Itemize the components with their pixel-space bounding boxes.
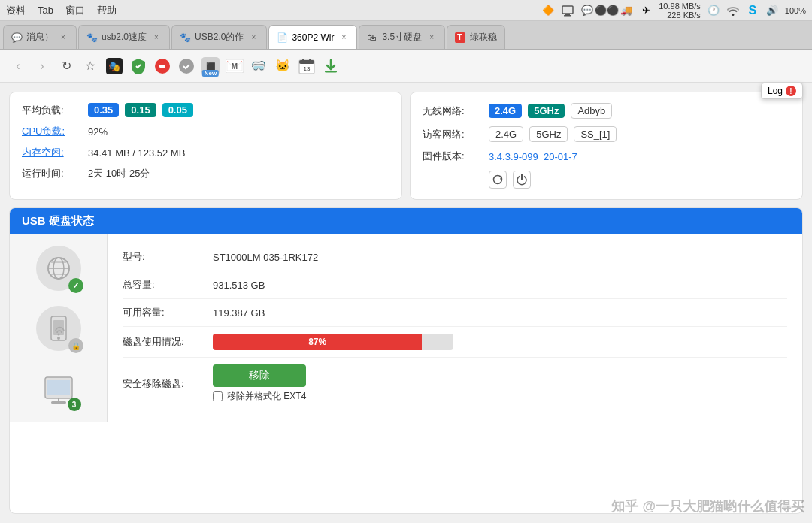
wechat-icon[interactable]: 💬: [580, 4, 594, 17]
sound-icon[interactable]: 🔊: [765, 4, 779, 17]
info-panels: 平均负载: 0.35 0.15 0.05 CPU负载: 92% 内存空闲: 34…: [9, 92, 803, 200]
tab-1[interactable]: 💬 消息） ×: [3, 25, 77, 49]
uptime-label: 运行时间:: [22, 167, 82, 180]
tab-5-label: 3.5寸硬盘: [382, 31, 422, 44]
tab-6[interactable]: T 绿联稳: [447, 25, 505, 49]
usage-progress: 87%: [213, 334, 453, 350]
uptime-value: 2天 10时 25分: [88, 167, 150, 180]
log-exclaim: !: [786, 86, 796, 96]
power-button[interactable]: [513, 171, 531, 189]
tab-4[interactable]: 📄 360P2 Wir ×: [268, 25, 357, 49]
usb-content: ✓ 🔒: [10, 234, 802, 422]
menu-item-window[interactable]: 窗口: [65, 4, 85, 17]
tab-2-close[interactable]: ×: [151, 32, 162, 43]
load-val-1: 0.35: [88, 103, 119, 117]
svg-point-25: [57, 337, 60, 340]
wifi-label: 无线网络:: [423, 104, 483, 118]
menu-items: 资料 Tab 窗口 帮助: [6, 4, 117, 17]
tab-2[interactable]: 🐾 usb2.0速度 ×: [78, 25, 170, 49]
svg-text:13: 13: [304, 65, 311, 72]
tab-5-close[interactable]: ×: [426, 32, 437, 43]
dots-icon[interactable]: ⚫⚫: [600, 4, 614, 17]
remove-button[interactable]: 移除: [213, 364, 306, 387]
check-icon[interactable]: [177, 57, 195, 75]
forward-button[interactable]: ›: [33, 57, 51, 75]
skype-icon[interactable]: S: [746, 4, 759, 17]
svg-rect-15: [309, 59, 311, 62]
number-sidebar-icon: 3: [32, 362, 85, 415]
clock-icon[interactable]: 🕐: [707, 4, 720, 17]
phone-status-dot: 🔒: [68, 338, 83, 353]
capture-icon[interactable]: [561, 4, 574, 17]
tab-5-favicon: 🛍: [367, 32, 377, 43]
svg-rect-2: [564, 15, 571, 17]
new-icon[interactable]: ⬛ New: [201, 57, 220, 75]
cpu-label[interactable]: CPU负载:: [22, 125, 82, 138]
volume-percent: 100%: [785, 6, 806, 15]
svg-rect-0: [562, 6, 573, 14]
cloak-icon[interactable]: 🎭: [105, 57, 123, 75]
firmware-value[interactable]: 3.4.3.9-099_20-01-7: [489, 151, 577, 162]
tab-6-label: 绿联稳: [470, 31, 497, 44]
usage-percent: 87%: [308, 337, 326, 347]
refresh-button[interactable]: [489, 171, 507, 189]
phone-sidebar-icon: 🔒: [32, 302, 85, 355]
goggles-icon[interactable]: 🥽: [250, 57, 268, 75]
menu-item-tab[interactable]: Tab: [38, 5, 53, 16]
usb-title: USB 硬盘状态: [22, 214, 94, 227]
guest-freq2: 5GHz: [529, 126, 568, 142]
wifi-icon[interactable]: [726, 4, 740, 17]
vlc-icon[interactable]: 🔶: [541, 4, 555, 17]
svg-rect-1: [565, 14, 570, 15]
remove-options: 移除 移除并格式化 EXT4: [213, 364, 306, 403]
avg-load-row: 平均负载: 0.35 0.15 0.05: [22, 103, 389, 117]
network-speed: 10.98 MB/s 228 KB/s: [659, 2, 701, 20]
tab-5[interactable]: 🛍 3.5寸硬盘 ×: [359, 25, 445, 49]
total-value: 931.513 GB: [213, 280, 265, 291]
tab-3-label: USB2.0的作: [195, 31, 244, 44]
svg-rect-13: [299, 60, 314, 64]
tab-4-label: 360P2 Wir: [292, 32, 334, 43]
number-badge: 3: [68, 398, 81, 411]
usb-info-rows: 型号: ST1000LM 035-1RK172 总容量: 931.513 GB …: [108, 234, 802, 422]
shield-icon[interactable]: [129, 57, 147, 75]
svg-point-26: [57, 334, 59, 336]
new-badge: New: [202, 70, 219, 77]
tab-3[interactable]: 🐾 USB2.0的作 ×: [171, 25, 267, 49]
firmware-label: 固件版本:: [423, 150, 483, 163]
tab-1-close[interactable]: ×: [58, 32, 68, 43]
avail-value: 119.387 GB: [213, 307, 265, 319]
guest-ssid: SS_[1]: [574, 126, 617, 142]
gmail-icon[interactable]: M: [226, 57, 244, 75]
globe-status-dot: ✓: [68, 278, 83, 293]
main-content: 平均负载: 0.35 0.15 0.05 CPU负载: 92% 内存空闲: 34…: [0, 83, 812, 523]
usage-row: 磁盘使用情况: 87%: [123, 327, 787, 358]
reload-button[interactable]: ↻: [57, 57, 75, 75]
tab-4-close[interactable]: ×: [338, 32, 349, 43]
back-button[interactable]: ‹: [9, 57, 27, 75]
tab-3-close[interactable]: ×: [248, 32, 259, 43]
svg-text:🎭: 🎭: [108, 60, 121, 73]
guest-row: 访客网络: 2.4G 5GHz SS_[1]: [423, 126, 790, 142]
bookmark-icon[interactable]: ☆: [81, 57, 99, 75]
svg-rect-30: [51, 401, 66, 404]
log-tooltip[interactable]: Log !: [761, 83, 803, 99]
guest-freq1: 2.4G: [489, 126, 523, 142]
format-checkbox[interactable]: [213, 391, 223, 401]
svg-rect-17: [325, 71, 337, 73]
format-option: 移除并格式化 EXT4: [213, 390, 306, 403]
download-toolbar-icon[interactable]: [322, 57, 340, 75]
calendar-icon[interactable]: 13: [298, 57, 316, 75]
svg-point-7: [179, 59, 194, 74]
mem-label[interactable]: 内存空闲:: [22, 146, 82, 159]
tab-6-favicon: T: [455, 32, 465, 43]
menu-item-help[interactable]: 帮助: [97, 4, 117, 17]
usb-header: USB 硬盘状态: [10, 208, 802, 234]
wifi-freq2: 5GHz: [528, 104, 565, 118]
cat-icon[interactable]: 🐱: [274, 57, 292, 75]
download-icon[interactable]: 🚚: [620, 4, 633, 17]
stop-icon[interactable]: [153, 57, 171, 75]
cpu-value: 92%: [88, 126, 108, 138]
menu-item-data[interactable]: 资料: [6, 4, 26, 17]
send-icon[interactable]: ✈: [639, 4, 653, 17]
